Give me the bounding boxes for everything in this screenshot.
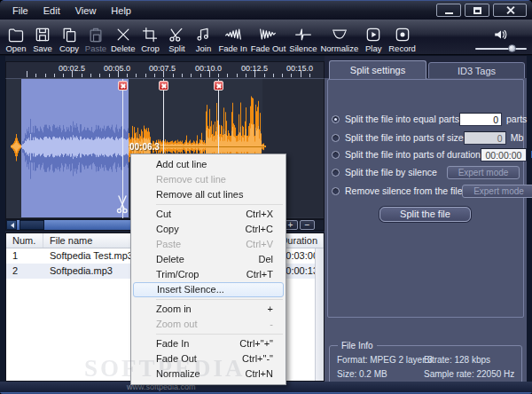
save-icon bbox=[33, 26, 52, 43]
fade-in-icon bbox=[223, 26, 244, 43]
record-icon bbox=[393, 26, 412, 43]
normalize-button[interactable]: Normalize bbox=[319, 26, 359, 53]
ruler-tick bbox=[154, 74, 155, 77]
volume-slider-thumb[interactable] bbox=[508, 44, 516, 52]
menu-view[interactable]: View bbox=[70, 5, 102, 16]
toolbar: Open Save Copy Paste Delete Crop Split bbox=[0, 20, 532, 55]
equal-parts-input[interactable]: 0 bbox=[459, 113, 502, 126]
menu-item-copy[interactable]: CopyCtrl+C bbox=[133, 222, 284, 237]
ruler-tick bbox=[227, 74, 228, 77]
menu-item-cut[interactable]: CutCtrl+X bbox=[133, 207, 284, 222]
menu-item-fade-in[interactable]: Fade InCtrl+"+" bbox=[133, 336, 284, 351]
tab-id3-tags[interactable]: ID3 Tags bbox=[428, 62, 525, 79]
maximize-button[interactable] bbox=[465, 4, 489, 17]
radio-parts-of-size[interactable] bbox=[332, 134, 340, 142]
split-settings-panel: Split settings ID3 Tags Split the file i… bbox=[325, 56, 527, 382]
split-label: Split bbox=[168, 43, 184, 53]
ruler-tick bbox=[173, 74, 174, 77]
split-button[interactable]: Split bbox=[164, 26, 189, 53]
option-label: Split the file into parts of size bbox=[345, 132, 464, 143]
fade-in-label: Fade In bbox=[218, 43, 246, 53]
scrollbar-thumb[interactable] bbox=[20, 220, 44, 230]
menu-item-remove-all-cut-lines[interactable]: Remove all cut lines bbox=[133, 187, 284, 202]
join-button[interactable]: Join bbox=[191, 26, 215, 53]
menu-separator bbox=[156, 204, 283, 205]
ruler-tick bbox=[45, 74, 46, 77]
unit-label: parts bbox=[502, 114, 528, 124]
scroll-left-button[interactable] bbox=[6, 220, 17, 230]
menu-edit[interactable]: Edit bbox=[38, 5, 66, 16]
fade-out-button[interactable]: Fade Out bbox=[250, 26, 287, 53]
split-scissors-icon bbox=[167, 26, 186, 43]
context-menu: Add cut line Remove cut line Remove all … bbox=[130, 154, 286, 385]
option-parts-of-duration[interactable]: Split the file into parts of duration 00… bbox=[332, 147, 520, 162]
expert-mode-button: Expert mode bbox=[447, 166, 520, 179]
option-equal-parts[interactable]: Split the file into equal parts 0 parts bbox=[332, 112, 520, 126]
menu-item-zoom-in[interactable]: Zoom in+ bbox=[133, 302, 284, 317]
ruler-tick bbox=[218, 74, 219, 77]
window-controls bbox=[436, 4, 532, 17]
option-label: Remove silence from the file bbox=[345, 185, 462, 196]
fade-in-button[interactable]: Fade In bbox=[217, 26, 247, 53]
file-list-scrollbar[interactable] bbox=[315, 248, 324, 381]
cut-line-remove-icon[interactable] bbox=[214, 81, 223, 91]
split-the-file-button[interactable]: Split the file bbox=[379, 207, 471, 222]
option-remove-silence[interactable]: Remove silence from the file Expert mode bbox=[332, 184, 520, 198]
ruler-tick-label: 00:07.5 bbox=[149, 64, 176, 73]
volume-slider[interactable] bbox=[475, 44, 527, 53]
minimize-button[interactable] bbox=[436, 4, 461, 17]
fade-out-label: Fade Out bbox=[251, 43, 286, 53]
cut-line-remove-icon[interactable] bbox=[118, 81, 128, 91]
open-button[interactable]: Open bbox=[4, 26, 28, 53]
menu-separator bbox=[156, 334, 283, 335]
ruler-tick bbox=[145, 74, 146, 77]
menu-item-insert-silence[interactable]: Insert Silence... bbox=[133, 282, 284, 297]
join-label: Join bbox=[196, 43, 211, 53]
menu-item-delete[interactable]: DeleteDel bbox=[133, 252, 284, 267]
radio-equal-parts[interactable] bbox=[332, 115, 340, 123]
radio-parts-of-duration[interactable] bbox=[332, 151, 340, 159]
menu-item-add-cut-line[interactable]: Add cut line bbox=[133, 157, 284, 172]
option-parts-of-size[interactable]: Split the file into parts of size 0 Mb bbox=[332, 130, 520, 145]
unit-label: h:m:s bbox=[527, 149, 532, 160]
menu-item-fade-out[interactable]: Fade OutCtrl+"-" bbox=[133, 351, 284, 366]
normalize-label: Normalize bbox=[320, 43, 358, 53]
close-button[interactable] bbox=[493, 4, 527, 17]
file-info-size: Size: 0.2 MB bbox=[337, 367, 433, 382]
silence-button[interactable]: Silence bbox=[288, 26, 317, 53]
menu-item-normalize[interactable]: NormalizeCtrl+N bbox=[133, 366, 284, 382]
record-button[interactable]: Record bbox=[387, 26, 417, 53]
menu-bar: File Edit View Help bbox=[0, 1, 532, 20]
normalize-icon bbox=[329, 26, 350, 43]
radio-split-by-silence[interactable] bbox=[332, 169, 340, 177]
tab-split-settings[interactable]: Split settings bbox=[329, 60, 426, 79]
crop-button[interactable]: Crop bbox=[137, 26, 162, 53]
menu-item-trim-crop[interactable]: Trim/CropCtrl+T bbox=[133, 267, 284, 282]
copy-button[interactable]: Copy bbox=[57, 26, 82, 53]
ruler-tick bbox=[90, 74, 91, 77]
row-num: 2 bbox=[6, 264, 43, 279]
option-label: Split the file by silence bbox=[345, 167, 447, 177]
close-icon bbox=[505, 5, 515, 15]
open-folder-icon bbox=[6, 26, 26, 43]
parts-size-input: 0 bbox=[464, 131, 506, 145]
scissors-cursor-icon bbox=[115, 194, 129, 214]
file-info-format: Format: MPEG 2 layer 3 bbox=[337, 353, 433, 367]
radio-remove-silence[interactable] bbox=[332, 187, 340, 195]
zoom-out-button[interactable]: − bbox=[300, 220, 315, 230]
play-button[interactable]: Play bbox=[361, 26, 386, 53]
save-button[interactable]: Save bbox=[30, 26, 55, 53]
silence-icon bbox=[293, 26, 313, 43]
cut-line-remove-icon[interactable] bbox=[159, 81, 168, 91]
column-num[interactable]: Num. bbox=[6, 233, 43, 248]
maximize-icon bbox=[473, 7, 481, 14]
copy-icon bbox=[59, 26, 79, 43]
menu-file[interactable]: File bbox=[7, 5, 34, 16]
ruler-tick bbox=[282, 74, 283, 77]
fade-out-icon bbox=[257, 26, 278, 43]
option-split-by-silence[interactable]: Split the file by silence Expert mode bbox=[332, 165, 520, 179]
cursor-time-label: 00:06.3 bbox=[129, 142, 160, 152]
expert-mode-button: Expert mode bbox=[462, 185, 532, 198]
menu-help[interactable]: Help bbox=[106, 5, 137, 16]
delete-button[interactable]: Delete bbox=[110, 26, 136, 53]
